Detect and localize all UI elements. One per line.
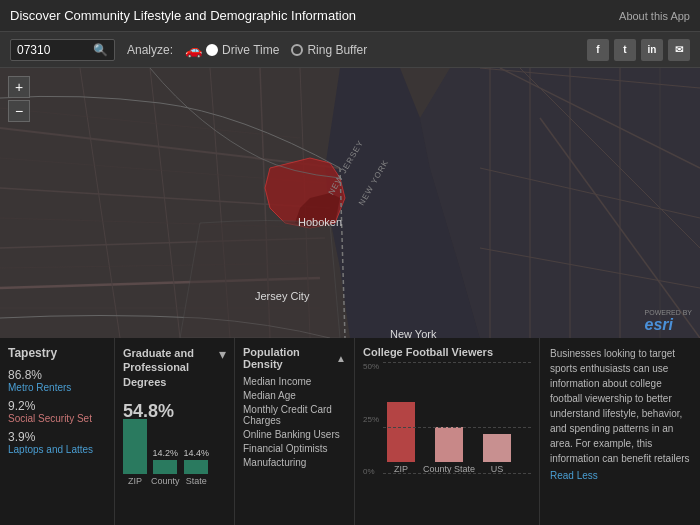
ring-buffer-radio[interactable] (291, 44, 303, 56)
search-input[interactable] (17, 43, 87, 57)
tapestry-item-3: 3.9% Laptops and Lattes (8, 430, 106, 455)
tapestry-name-1[interactable]: Metro Renters (8, 382, 106, 393)
tapestry-item-2: 9.2% Social Security Set (8, 399, 106, 424)
football-bar-zip: ZIP (387, 402, 415, 474)
zip-bar (123, 419, 147, 474)
zoom-controls: + − (8, 76, 30, 122)
zoom-in-button[interactable]: + (8, 76, 30, 98)
football-bars: ZIP County State US (383, 362, 531, 474)
state-bar (184, 460, 208, 474)
analyze-label: Analyze: (127, 43, 173, 57)
y-label-50: 50% (363, 362, 379, 371)
car-icon: 🚗 (185, 42, 202, 58)
zip-football-bar (387, 402, 415, 462)
bar-zip: ZIP (123, 419, 147, 486)
twitter-button[interactable]: t (614, 39, 636, 61)
football-bar-us: US (483, 434, 511, 474)
app-title: Discover Community Lifestyle and Demogra… (10, 8, 356, 23)
football-bar-county: County State (423, 427, 475, 474)
county-bar-label: County (151, 476, 180, 486)
chart-y-axis: 50% 25% 0% (363, 362, 379, 492)
county-bar-pct: 14.2% (153, 448, 179, 458)
density-title: Population Density (243, 346, 334, 370)
tapestry-title: Tapestry (8, 346, 106, 360)
tapestry-pct-2: 9.2% (8, 399, 106, 413)
map-area[interactable]: Hoboken Jersey City New York NEW JERSEY … (0, 68, 700, 338)
read-less-link[interactable]: Read Less (550, 470, 690, 481)
graduate-bar-chart: ZIP 14.2% County 14.4% State (123, 426, 226, 486)
density-item-4[interactable]: Online Banking Users (243, 429, 346, 440)
football-title: College Football Viewers (363, 346, 531, 358)
chart-line-bottom (383, 473, 531, 474)
zoom-out-button[interactable]: − (8, 100, 30, 122)
chart-line-mid (383, 427, 531, 428)
linkedin-button[interactable]: in (641, 39, 663, 61)
density-panel: Population Density ▲ Median Income Media… (235, 338, 355, 525)
app-header: Discover Community Lifestyle and Demogra… (0, 0, 700, 32)
tapestry-pct-1: 86.8% (8, 368, 106, 382)
graduate-panel: Graduate and Professional Degrees ▾ 54.8… (115, 338, 235, 525)
description-panel: Businesses looking to target sports enth… (540, 338, 700, 525)
drive-time-radio[interactable] (206, 44, 218, 56)
tapestry-item-1: 86.8% Metro Renters (8, 368, 106, 393)
social-icons: f t in ✉ (587, 39, 690, 61)
toolbar: 🔍 Analyze: 🚗 Drive Time Ring Buffer f t … (0, 32, 700, 68)
about-app-link[interactable]: About this App (619, 10, 690, 22)
chart-line-top (383, 362, 531, 363)
drive-time-option[interactable]: 🚗 Drive Time (185, 42, 279, 58)
sort-arrow-icon[interactable]: ▲ (336, 353, 346, 364)
graduate-title: Graduate and Professional Degrees (123, 346, 219, 389)
bar-state: 14.4% State (184, 448, 210, 486)
density-item-1[interactable]: Median Income (243, 376, 346, 387)
search-icon[interactable]: 🔍 (93, 43, 108, 57)
density-title-row: Population Density ▲ (243, 346, 346, 370)
tapestry-pct-3: 3.9% (8, 430, 106, 444)
bar-county: 14.2% County (151, 448, 180, 486)
density-item-5[interactable]: Financial Optimists (243, 443, 346, 454)
graduate-header: Graduate and Professional Degrees ▾ (123, 346, 226, 393)
facebook-button[interactable]: f (587, 39, 609, 61)
density-item-3[interactable]: Monthly Credit Card Charges (243, 404, 346, 426)
y-label-0: 0% (363, 467, 379, 476)
zip-bar-label: ZIP (128, 476, 142, 486)
density-item-6[interactable]: Manufacturing (243, 457, 346, 468)
ring-buffer-option[interactable]: Ring Buffer (291, 43, 367, 57)
esri-brand: esri (645, 316, 692, 334)
description-text: Businesses looking to target sports enth… (550, 346, 690, 466)
email-button[interactable]: ✉ (668, 39, 690, 61)
y-label-25: 25% (363, 415, 379, 424)
tapestry-panel: Tapestry 86.8% Metro Renters 9.2% Social… (0, 338, 115, 525)
tapestry-name-3[interactable]: Laptops and Lattes (8, 444, 106, 455)
density-item-2[interactable]: Median Age (243, 390, 346, 401)
drive-time-label: Drive Time (222, 43, 279, 57)
state-bar-label: State (186, 476, 207, 486)
football-chart-area: 50% 25% 0% ZIP County Stat (363, 362, 531, 492)
football-panel: College Football Viewers 50% 25% 0% ZIP (355, 338, 540, 525)
density-list: Median Income Median Age Monthly Credit … (243, 376, 346, 468)
map-svg (0, 68, 700, 338)
us-football-bar (483, 434, 511, 462)
county-bar (153, 460, 177, 474)
dropdown-arrow[interactable]: ▾ (219, 346, 226, 362)
state-bar-pct: 14.4% (184, 448, 210, 458)
powered-by-label: POWERED BY (645, 309, 692, 316)
county-football-bar (435, 427, 463, 462)
tapestry-name-2[interactable]: Social Security Set (8, 413, 106, 424)
search-box: 🔍 (10, 39, 115, 61)
esri-logo: POWERED BY esri (645, 309, 692, 334)
ring-buffer-label: Ring Buffer (307, 43, 367, 57)
football-bars-container: ZIP County State US (383, 362, 531, 492)
bottom-panel: Tapestry 86.8% Metro Renters 9.2% Social… (0, 338, 700, 525)
